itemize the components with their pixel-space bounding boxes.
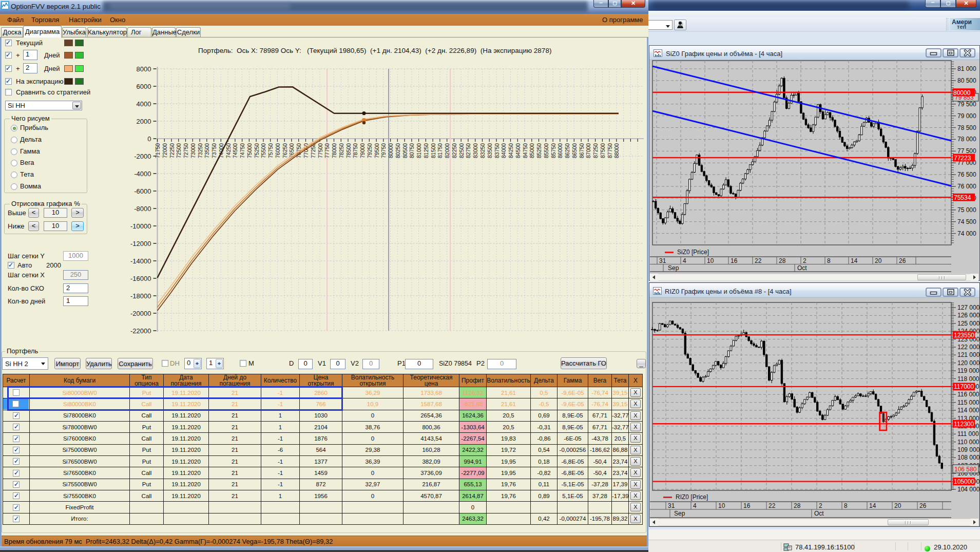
svg-text:82750: 82750 [465, 143, 471, 158]
svg-text:72250: 72250 [169, 143, 175, 158]
svg-text:-10000: -10000 [130, 222, 151, 230]
svg-text:2: 2 [819, 502, 822, 509]
svg-text:72000: 72000 [162, 143, 168, 158]
svg-text:85000: 85000 [529, 143, 535, 158]
svg-text:82500: 82500 [458, 143, 465, 158]
svg-text:83750: 83750 [494, 143, 500, 158]
svg-text:75500: 75500 [260, 143, 266, 158]
svg-text:73000: 73000 [190, 143, 196, 158]
svg-text:83250: 83250 [479, 143, 486, 158]
svg-text:10: 10 [718, 502, 725, 509]
svg-text:76000: 76000 [275, 143, 281, 158]
svg-text:86250: 86250 [564, 143, 570, 158]
svg-text:-2000: -2000 [134, 153, 151, 160]
svg-text:4: 4 [693, 502, 697, 509]
svg-text:8: 8 [844, 502, 848, 509]
svg-text:-18000: -18000 [130, 292, 151, 300]
svg-text:73250: 73250 [197, 143, 203, 158]
svg-text:87500: 87500 [600, 143, 606, 158]
svg-text:80750: 80750 [409, 143, 415, 158]
svg-text:75750: 75750 [267, 143, 274, 158]
svg-text:-14000: -14000 [130, 257, 151, 265]
svg-text:88000: 88000 [613, 143, 620, 158]
svg-text:-8000: -8000 [134, 205, 151, 213]
svg-text:72750: 72750 [183, 143, 189, 158]
svg-text:81000: 81000 [416, 143, 422, 158]
svg-text:77750: 77750 [324, 143, 330, 158]
svg-text:20: 20 [894, 502, 901, 509]
svg-text:84750: 84750 [522, 143, 528, 158]
svg-text:73500: 73500 [204, 143, 210, 158]
svg-text:74500: 74500 [232, 143, 238, 158]
svg-text:83000: 83000 [472, 143, 478, 158]
svg-text:77500: 77500 [317, 143, 323, 158]
svg-text:78750: 78750 [352, 143, 358, 158]
svg-text:81750: 81750 [437, 143, 443, 158]
svg-text:79000: 79000 [359, 143, 366, 158]
svg-text:79750: 79750 [380, 143, 387, 158]
svg-text:74750: 74750 [239, 143, 245, 158]
svg-text:85750: 85750 [550, 143, 556, 158]
svg-text:73750: 73750 [211, 143, 217, 158]
svg-text:-4000: -4000 [134, 170, 151, 178]
svg-text:85250: 85250 [536, 143, 542, 158]
svg-text:72500: 72500 [176, 143, 182, 158]
svg-text:85500: 85500 [543, 143, 549, 158]
svg-text:76250: 76250 [282, 143, 288, 158]
svg-text:75000: 75000 [246, 143, 253, 158]
svg-text:Oct: Oct [814, 510, 824, 517]
svg-text:26: 26 [919, 502, 927, 509]
svg-text:87750: 87750 [607, 143, 613, 158]
svg-text:71750: 71750 [155, 143, 161, 158]
svg-text:78250: 78250 [338, 143, 344, 158]
svg-text:83500: 83500 [487, 143, 493, 158]
svg-text:80500: 80500 [402, 143, 408, 158]
svg-text:79500: 79500 [374, 143, 380, 158]
svg-text:6000: 6000 [137, 83, 151, 90]
svg-text:78000: 78000 [331, 143, 337, 158]
svg-text:80250: 80250 [395, 143, 401, 158]
svg-text:84000: 84000 [501, 143, 507, 158]
svg-text:79250: 79250 [367, 143, 373, 158]
svg-text:82250: 82250 [451, 143, 457, 158]
svg-text:82000: 82000 [444, 143, 450, 158]
svg-text:81500: 81500 [430, 143, 436, 158]
svg-text:87000: 87000 [585, 143, 591, 158]
svg-text:-22000: -22000 [130, 327, 151, 335]
svg-text:84500: 84500 [515, 143, 521, 158]
svg-text:22: 22 [768, 502, 776, 509]
svg-text:0: 0 [147, 135, 151, 143]
svg-text:16: 16 [743, 502, 751, 509]
svg-text:-16000: -16000 [130, 275, 151, 282]
svg-text:86000: 86000 [557, 143, 563, 158]
svg-text:14: 14 [869, 502, 876, 509]
svg-text:81250: 81250 [423, 143, 429, 158]
svg-text:Sep: Sep [674, 510, 685, 517]
svg-text:75250: 75250 [254, 143, 260, 158]
svg-text:31: 31 [668, 502, 675, 509]
svg-text:-6000: -6000 [134, 187, 151, 195]
svg-text:80000: 80000 [388, 143, 394, 158]
svg-text:86750: 86750 [579, 143, 585, 158]
svg-text:84250: 84250 [508, 143, 514, 158]
svg-text:-20000: -20000 [130, 310, 151, 317]
svg-text:86500: 86500 [571, 143, 578, 158]
svg-text:87250: 87250 [592, 143, 599, 158]
svg-text:74250: 74250 [225, 143, 232, 158]
svg-text:2000: 2000 [137, 118, 151, 125]
svg-text:78500: 78500 [345, 143, 352, 158]
svg-text:4000: 4000 [137, 100, 151, 108]
svg-text:8000: 8000 [137, 65, 151, 73]
svg-text:-12000: -12000 [130, 240, 151, 248]
svg-text:28: 28 [794, 502, 801, 509]
